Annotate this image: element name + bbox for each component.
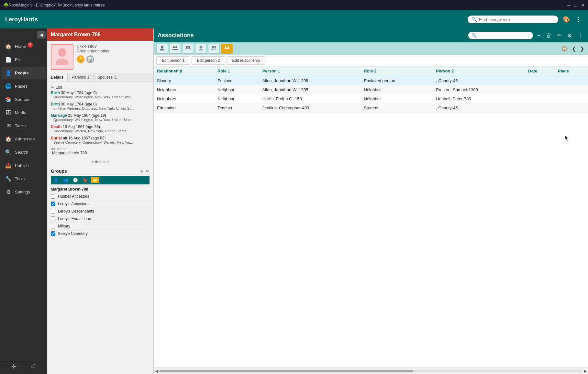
associations-view-tabs bbox=[156, 44, 233, 54]
search-input[interactable] bbox=[479, 17, 554, 22]
col-role2: Role 2 bbox=[361, 66, 433, 76]
groups-tool-group[interactable]: 👥 bbox=[62, 177, 70, 183]
groups-tool-history[interactable]: 🕒 bbox=[72, 177, 79, 183]
group-check-hubbell[interactable] bbox=[51, 194, 55, 199]
sidebar-item-tools[interactable]: 🔧 Tools bbox=[1, 172, 46, 185]
event-marriage: Marriage 25 May 1804 (age 19) Queensbury… bbox=[51, 113, 150, 122]
groups-tool-bookmark[interactable]: 🔖 bbox=[81, 177, 89, 183]
col-person2: Person 2 bbox=[433, 66, 525, 76]
associations-search[interactable]: 🔍 bbox=[468, 32, 533, 39]
scroll-right-button[interactable]: ▶ bbox=[584, 369, 587, 373]
assoc-tab-2[interactable] bbox=[169, 44, 181, 54]
col-relationship: Relationship bbox=[154, 66, 214, 76]
associations-menu-button[interactable]: ⋮ bbox=[576, 31, 584, 40]
edit-relationship-button[interactable]: Edit relationship bbox=[227, 56, 265, 65]
assoc-tab-3[interactable] bbox=[182, 44, 194, 54]
sidebar-item-settings[interactable]: ⚙ Settings bbox=[1, 186, 46, 198]
edit-group-button[interactable]: ✏ bbox=[146, 169, 150, 174]
sidebar-bottom: ✛ ⏎ bbox=[0, 360, 47, 373]
cell-2-3: Neighbor bbox=[361, 94, 433, 104]
group-check-military[interactable] bbox=[51, 224, 55, 228]
edit-button[interactable]: ✏ Edit bbox=[51, 84, 150, 90]
titlebar: 🌳 RootsMagic 9 - E:\Dropbox\RMBook\Leroy… bbox=[0, 0, 588, 10]
person-tabs: Details Parents: 1 Spouses: 1 bbox=[47, 73, 153, 82]
event-death: Death 16 Aug 1867 (age 83) Queensbury, W… bbox=[51, 124, 150, 133]
sidebar-item-people[interactable]: 👤 People bbox=[1, 67, 46, 79]
minimize-button[interactable]: ─ bbox=[567, 3, 571, 8]
cell-1-1: Neighbor bbox=[214, 85, 259, 94]
assoc-next-button[interactable]: ❯ bbox=[579, 44, 585, 53]
sidebar-item-places[interactable]: 🌐 Places bbox=[1, 80, 46, 93]
sidebar-bottom-right-button[interactable]: ⏎ bbox=[31, 363, 36, 370]
sidebar-item-media[interactable]: 🖼 Media bbox=[1, 106, 46, 119]
dot-2 bbox=[95, 160, 98, 163]
maximize-button[interactable]: □ bbox=[574, 3, 577, 8]
sidebar-item-addresses[interactable]: 🏠 Addresses bbox=[1, 133, 46, 145]
svg-point-6 bbox=[200, 46, 202, 49]
cell-0-1: Enslaver bbox=[214, 76, 259, 85]
svg-point-10 bbox=[227, 47, 229, 49]
sidebar-item-tasks[interactable]: ✉ Tasks bbox=[1, 119, 46, 132]
assoc-tab-1[interactable] bbox=[156, 44, 168, 54]
close-button[interactable]: ✕ bbox=[581, 3, 585, 8]
person-details: 1784-1867 Great grandmother 💡 📊 bbox=[77, 44, 150, 63]
sidebar-item-publish[interactable]: 📤 Publish bbox=[1, 159, 46, 172]
group-check-seelye[interactable] bbox=[51, 231, 55, 236]
table-row[interactable]: NeighborsNeighborHarris, Frelon G.-158Ne… bbox=[154, 94, 588, 104]
edit-person-2-button[interactable]: Edit person 2 bbox=[192, 56, 226, 65]
sidebar-bottom-left-button[interactable]: ✛ bbox=[11, 363, 16, 370]
header-menu-button[interactable]: ⋮ bbox=[574, 15, 583, 24]
assoc-prev-button[interactable]: ❮ bbox=[571, 44, 577, 53]
groups-header-actions: + ✏ bbox=[140, 169, 150, 174]
main-layout: ◀ 🏠 Home 2 📄 File 👤 People 🌐 Places 📚 So… bbox=[0, 28, 588, 374]
svg-point-5 bbox=[188, 46, 190, 48]
sidebar-item-file[interactable]: 📄 File bbox=[1, 53, 46, 66]
col-place: Place bbox=[555, 66, 588, 76]
person-dates: 1784-1867 bbox=[77, 44, 150, 49]
associations-add-button[interactable]: + bbox=[536, 31, 542, 40]
assoc-tab-4[interactable] bbox=[195, 44, 207, 54]
scroll-track[interactable] bbox=[159, 370, 582, 372]
tab-details[interactable]: Details bbox=[47, 73, 68, 82]
table-row[interactable]: NeighborsNeighborAllen, Jonathan W.-1395… bbox=[154, 85, 588, 94]
scroll-thumb[interactable] bbox=[159, 370, 413, 372]
sidebar-item-search[interactable]: 🔍 Search bbox=[1, 146, 46, 159]
tab-spouses[interactable]: Spouses: 1 bbox=[94, 73, 121, 82]
edit-person-1-button[interactable]: Edit person 1 bbox=[156, 56, 190, 65]
palette-button[interactable]: 🎨 bbox=[561, 15, 571, 24]
pencil-icon: ✏ bbox=[51, 85, 54, 90]
tab-parents[interactable]: Parents: 1 bbox=[68, 73, 94, 82]
sidebar-item-home[interactable]: 🏠 Home 2 bbox=[1, 40, 46, 53]
groups-tool-person[interactable]: 👤 bbox=[52, 177, 60, 183]
cell-0-2: Allen, Jonathan W.-1395 bbox=[259, 76, 361, 85]
assoc-tab-6[interactable] bbox=[221, 44, 233, 54]
groups-title: Groups bbox=[51, 169, 67, 174]
associations-tools-button[interactable]: ⚙ bbox=[566, 31, 573, 40]
home-icon: 🏠 bbox=[5, 43, 12, 50]
alt-name-label: Alt. Name bbox=[51, 147, 150, 151]
sidebar-item-sources[interactable]: 📚 Sources bbox=[1, 93, 46, 106]
table-row[interactable]: SlaveryEnslaverAllen, Jonathan W.-1395En… bbox=[154, 76, 588, 85]
assoc-tab-5[interactable] bbox=[208, 44, 220, 54]
cell-2-1: Neighbor bbox=[214, 94, 259, 104]
groups-tool-folder[interactable]: 📁 bbox=[91, 177, 99, 183]
sidebar-toggle[interactable]: ◀ bbox=[37, 31, 46, 38]
group-check-leroy-eol[interactable] bbox=[51, 216, 55, 221]
associations-search-input[interactable] bbox=[479, 33, 530, 38]
source-action-icon[interactable]: 💡 bbox=[77, 55, 84, 63]
add-group-button[interactable]: + bbox=[140, 169, 143, 174]
table-row[interactable]: EducationTeacherJenkins, Christopher-489… bbox=[154, 104, 588, 113]
stats-action-icon[interactable]: 📊 bbox=[86, 55, 94, 63]
cell-0-0: Slavery bbox=[154, 76, 214, 85]
person-info: 1784-1867 Great grandmother 💡 📊 bbox=[47, 41, 153, 73]
associations-edit-button[interactable]: ✏ bbox=[556, 31, 563, 40]
associations-delete-button[interactable]: 🗑 bbox=[545, 31, 553, 40]
group-check-leroy-descendants[interactable] bbox=[51, 209, 55, 214]
cell-0-3: Enslaved person bbox=[361, 76, 433, 85]
cell-2-6 bbox=[555, 94, 588, 104]
group-check-leroy-ancestors[interactable] bbox=[51, 202, 55, 206]
global-search-bar[interactable]: 🔍 bbox=[468, 16, 558, 23]
assoc-home-button[interactable]: 🏠 bbox=[560, 44, 569, 53]
cell-2-4: Hubbell, Peter-739 bbox=[433, 94, 525, 104]
scroll-left-button[interactable]: ◀ bbox=[155, 369, 158, 373]
